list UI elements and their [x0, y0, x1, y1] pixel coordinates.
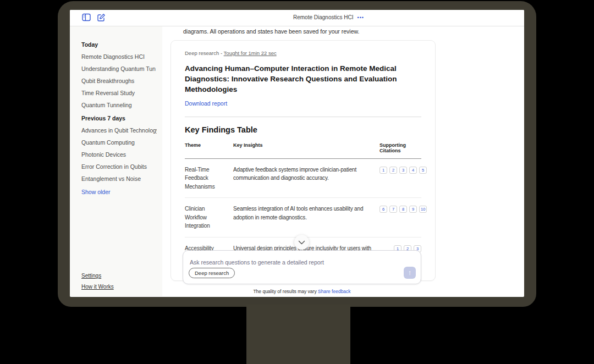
research-question-input[interactable] [190, 259, 415, 266]
citation-chip[interactable]: 3 [399, 167, 407, 174]
download-report-link[interactable]: Download report [185, 100, 227, 107]
stage: Remote Diagnostics HCI ••• TodayRemote D… [0, 0, 594, 364]
column-header-theme: Theme [185, 142, 233, 153]
main-content: diagrams. All operations and states have… [162, 26, 524, 296]
insight-cell: Seamless integration of AI tools enhance… [233, 205, 380, 230]
sidebar-item[interactable]: Remote Diagnostics HCI [81, 54, 157, 60]
monitor-stand [246, 305, 350, 364]
share-feedback-link[interactable]: Share feedback [318, 289, 351, 294]
table-row: Real-Time Feedback MechanismsAdaptive fe… [185, 159, 421, 198]
deep-research-label: Deep research - [185, 50, 224, 56]
table-row: Clinician Workflow IntegrationSeamless i… [185, 198, 421, 238]
sidebar-item[interactable]: Entanglement vs Noise [81, 176, 157, 182]
sidebar-item[interactable]: Advances in Qubit Technology [81, 128, 157, 134]
settings-link[interactable]: Settings [81, 273, 157, 279]
sidebar-item[interactable]: Quantum Computing [81, 140, 157, 146]
sidebar-sections: TodayRemote Diagnostics HCIUnderstanding… [81, 41, 157, 189]
sidebar-item[interactable]: Error Correction in Qubits [81, 164, 157, 170]
sidebar-item[interactable]: Time Reversal Study [81, 90, 157, 96]
sidebar-item[interactable]: Qubit Breakthroughs [81, 78, 157, 84]
report-meta: Deep research - Tought for 1min 22 sec [185, 50, 421, 56]
send-button[interactable]: ↑ [404, 267, 416, 279]
quality-disclaimer-text: The quality of results may vary [253, 289, 316, 294]
how-it-works-link[interactable]: How it Works [81, 284, 157, 290]
divider [185, 117, 421, 117]
citation-chip[interactable]: 1 [380, 167, 387, 174]
citation-chip[interactable]: 6 [380, 206, 387, 213]
citation-chip[interactable]: 4 [409, 167, 417, 174]
citation-chip[interactable]: 5 [419, 167, 427, 174]
theme-cell: Real-Time Feedback Mechanisms [185, 166, 233, 191]
column-header-supporting-citations: Supporting Citations [380, 142, 421, 153]
sidebar: TodayRemote Diagnostics HCIUnderstanding… [70, 26, 162, 296]
app-window: Remote Diagnostics HCI ••• TodayRemote D… [70, 10, 524, 297]
deep-research-toggle[interactable]: Deep research [189, 268, 235, 278]
theme-cell: Clinician Workflow Integration [185, 205, 233, 230]
sidebar-section-label: Today [81, 41, 157, 48]
new-chat-button[interactable] [96, 13, 106, 23]
sidebar-footer: Settings How it Works [81, 268, 157, 290]
conversation-title: Remote Diagnostics HCI [293, 14, 353, 20]
citations-cell: 12345 [380, 166, 427, 191]
sidebar-item[interactable]: Photonic Devices [81, 152, 157, 158]
report-title: Advancing Human–Computer Interaction in … [185, 64, 421, 95]
chevron-down-icon [298, 238, 305, 246]
sidebar-section: TodayRemote Diagnostics HCIUnderstanding… [81, 41, 157, 108]
citations-cell: 678910 [380, 205, 427, 230]
arrow-up-icon: ↑ [408, 268, 412, 277]
previous-message-fragment: diagrams. All operations and states have… [183, 28, 359, 35]
compose-pencil-icon [97, 13, 106, 24]
column-header-key-insights: Key Insights [233, 142, 380, 153]
sidebar-section: Previous 7 daysAdvances in Qubit Technol… [81, 115, 157, 182]
thought-duration-link[interactable]: Tought for 1min 22 sec [224, 50, 277, 56]
show-older-link[interactable]: Show older [81, 189, 157, 195]
scroll-to-bottom-button[interactable] [294, 235, 309, 250]
sidebar-toggle-button[interactable] [81, 13, 91, 23]
sidebar-item[interactable]: Quantum Tunneling [81, 102, 157, 108]
citation-chip[interactable]: 8 [399, 206, 407, 213]
sidebar-item[interactable]: Understanding Quantum Tun [81, 66, 157, 72]
insight-cell: Adaptive feedback systems improve clinic… [233, 166, 380, 191]
conversation-menu-button[interactable]: ••• [357, 15, 364, 20]
sidebar-section-label: Previous 7 days [81, 115, 157, 122]
composer: Deep research ↑ [183, 250, 421, 284]
citation-chip[interactable]: 10 [419, 206, 427, 213]
top-bar: Remote Diagnostics HCI ••• [70, 10, 524, 26]
quality-disclaimer: The quality of results may vary Share fe… [183, 289, 421, 294]
key-findings-heading: Key Findings Table [185, 125, 421, 134]
citation-chip[interactable]: 9 [409, 206, 417, 213]
citation-chip[interactable]: 7 [389, 206, 397, 213]
table-header-row: Theme Key Insights Supporting Citations [185, 142, 421, 159]
citation-chip[interactable]: 2 [389, 167, 397, 174]
sidebar-panel-icon [82, 13, 91, 23]
